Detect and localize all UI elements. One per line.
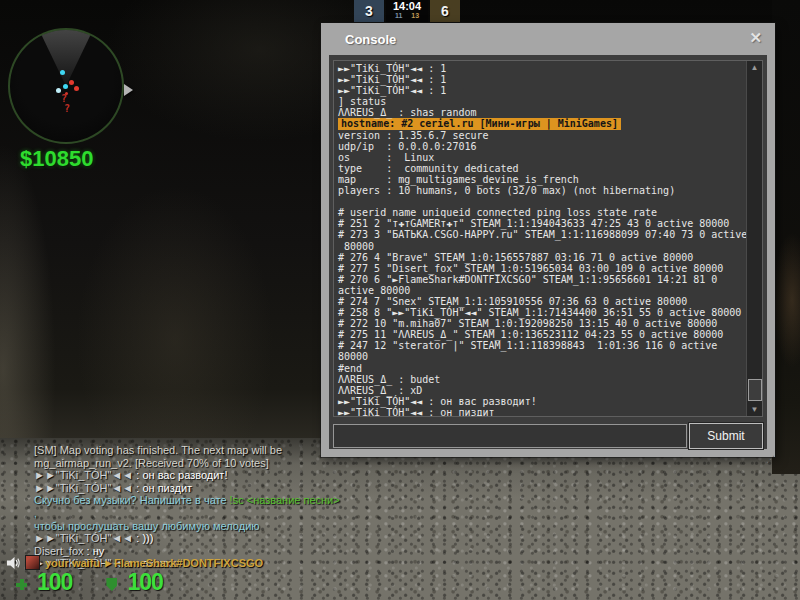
armor-icon [106,578,117,591]
t-round-wins: 13 [411,12,419,20]
console-line: version : 1.35.6.7 secure [338,130,762,141]
console-line: # 275 11 "ΛΛREUS_Δ_" STEAM_1:0:136523112… [338,329,762,340]
scroll-down-icon[interactable]: ▼ [747,403,762,416]
close-icon[interactable]: ✕ [749,29,762,47]
console-line: # 272 10 "m.miha07" STEAM_1:0:192098250 … [338,318,762,329]
console-line: udp/ip : 0.0.0.0:27016 [338,141,762,152]
resize-grip[interactable]: ⋰ [766,454,774,464]
chat-segment: : он пиздит [133,482,192,494]
scrollbar-thumb[interactable] [748,379,762,401]
round-timer-box: 14:04 11 13 [386,0,428,22]
console-window[interactable]: Console ✕ ►►"TiKi_TÓH"◄◄ : 1►►"TiKi_TÓH"… [321,23,775,457]
radar-blip [63,84,68,89]
radar-blip [74,86,79,91]
round-wins: 11 13 [395,12,419,20]
console-line: ΛΛREUS_Δ_ : budet [338,374,762,385]
chat-line: mg_airmap_run_v2. [Received 70% of 10 vo… [34,457,344,470]
health-icon [16,579,27,590]
console-line: ►►"TiKi_TÓH"◄◄ : он пиздит [338,407,762,417]
console-line: active 80000 [338,285,762,296]
chat-line: Скучно без музыки? Напишите в чате !sc <… [34,494,344,519]
speaker-icon [6,556,20,570]
chat-segment: Скучно без музыки? Напишите в чате [34,494,230,506]
console-line: # 258 8 "►►"TiKi_TÓH"◄◄" STEAM_1:1:71434… [338,307,762,318]
console-line: ] status [338,96,762,107]
chat-segment: : он вас разводит! [133,469,227,481]
chat-line: чтобы прослушать вашу любимую мелодию [34,520,344,533]
console-line: ►►"TiKi_TÓH"◄◄ : 1 [338,85,762,96]
console-line: # 251 2 "т✚тGAMERт✚т" STEAM_1:1:19404363… [338,218,762,229]
console-line: os : Linux [338,152,762,163]
armor-value: 100 [127,569,162,596]
chat-line: ►►"TiKi_TÓH"◄◄ : ))) [34,532,344,545]
console-line: ►►"TiKi_TÓH"◄◄ : 1 [338,74,762,85]
chat-messages: [SM] Map voting has finished. The next m… [34,444,344,570]
console-line: 80000 [338,351,762,362]
console-scrollbar[interactable]: ▲ ▼ [746,61,762,416]
chat-line: [SM] Map voting has finished. The next m… [34,444,344,457]
console-line: # 247 12 "sterator |" STEAM_1:1:11839884… [338,340,762,351]
radar-blip [60,70,65,75]
console-line: players : 10 humans, 0 bots (32/0 max) (… [338,185,762,196]
console-window-title: Console [345,32,396,47]
console-line: hostname: #2 ceriel.ru [Мини-игры | Mini… [338,118,621,129]
console-line: # 273 3 "БАТЬКА.CSGO-HAPPY.ru" STEAM_1:1… [338,229,762,240]
console-line: ►►"TiKi_TÓH"◄◄ : он вас разводит! [338,396,762,407]
chat-segment: ►►"TiKi_TÓH"◄◄ [34,482,133,494]
console-line: ΛΛREUS_Δ_ : xD [338,385,762,396]
console-body: ►►"TiKi_TÓH"◄◄ : 1►►"TiKi_TÓH"◄◄ : 1►►"T… [329,55,767,449]
console-input[interactable] [333,424,687,448]
chat-segment: чтобы прослушать вашу любимую мелодию [34,520,260,532]
game-screen: ?? $10850 3 14:04 11 13 6 [SM] Map votin… [0,0,800,600]
chat-segment: ►►"TiKi_TÓH"◄◄ [34,532,133,544]
console-line: # 276 4 "Brave" STEAM_1:0:156557887 03:1… [338,252,762,263]
voice-avatar [25,555,40,570]
console-line: # userid name uniqueid connected ping lo… [338,207,762,218]
map-right-wall [772,0,800,474]
console-line: 80000 [338,241,762,252]
chat-line: ►►"TiKi_TÓH"◄◄ : он вас разводит! [34,469,344,482]
console-line: ΛΛREUS_Δ_ : shas random [338,107,762,118]
console-lines-container: ►►"TiKi_TÓH"◄◄ : 1►►"TiKi_TÓH"◄◄ : 1►►"T… [338,63,762,417]
console-line: #end [338,363,762,374]
chat-segment: : ))) [133,532,153,544]
t-score: 6 [430,0,460,22]
health-value: 100 [37,569,72,596]
radar-offmap-arrow-icon [124,84,133,96]
console-line: map : mg_multigames_devine_is_french [338,174,762,185]
ct-score: 3 [354,0,384,22]
console-line: # 277 5 "Disert_fox" STEAM_1:0:51965034 … [338,263,762,274]
console-line: # 274 7 "Snex" STEAM_1:1:105910556 07:36… [338,296,762,307]
submit-button[interactable]: Submit [689,423,763,449]
score-bar: 3 14:04 11 13 6 [354,0,460,22]
chat-segment: ►►"TiKi_TÓH"◄◄ [34,469,133,481]
voice-indicator: your waifu ►FlameShark#DONTFIXCSGO [6,555,263,570]
console-output[interactable]: ►►"TiKi_TÓH"◄◄ : 1►►"TiKi_TÓH"◄◄ : 1►►"T… [333,60,763,417]
round-timer: 14:04 [393,0,421,12]
radar-blip [69,80,74,85]
radar: ?? [8,28,124,144]
console-line [338,196,762,207]
radar-enemy-question-mark: ? [64,103,70,114]
chat-segment: mg_airmap_run_v2. [Received 70% of 10 vo… [34,457,269,469]
console-line: ►►"TiKi_TÓH"◄◄ : 1 [338,63,762,74]
money-display: $10850 [20,146,93,172]
ct-round-wins: 11 [395,12,402,20]
voice-player-name: your waifu ►FlameShark#DONTFIXCSGO [45,557,263,569]
vitals-bar: 100 100 [16,569,163,596]
console-line: type : community dedicated [338,163,762,174]
console-line: # 270 6 "►FlameShark#DONTFIXCSGO" STEAM_… [338,274,762,285]
chat-segment: [SM] Map voting has finished. The next m… [34,444,282,456]
chat-line: ►►"TiKi_TÓH"◄◄ : он пиздит [34,482,344,495]
scroll-up-icon[interactable]: ▲ [747,61,762,74]
chat-segment: !sc <название песни> [230,494,340,506]
